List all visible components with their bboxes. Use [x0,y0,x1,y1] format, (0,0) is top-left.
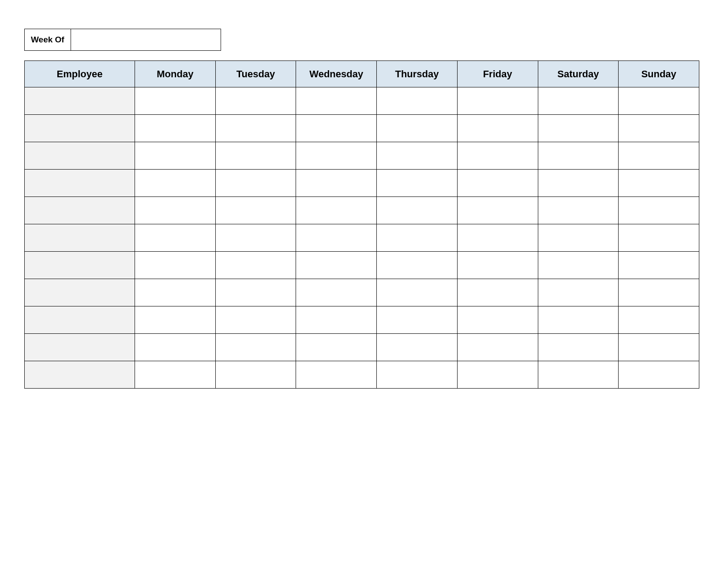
schedule-cell[interactable] [538,170,619,197]
schedule-cell[interactable] [457,306,538,334]
schedule-cell[interactable] [296,197,377,224]
schedule-cell[interactable] [538,115,619,142]
schedule-cell[interactable] [538,87,619,115]
schedule-cell[interactable] [457,224,538,252]
schedule-cell[interactable] [215,197,296,224]
employee-cell[interactable] [25,115,135,142]
schedule-cell[interactable] [135,115,216,142]
employee-cell[interactable] [25,142,135,170]
schedule-cell[interactable] [538,334,619,361]
schedule-cell[interactable] [538,279,619,306]
schedule-cell[interactable] [377,279,458,306]
schedule-cell[interactable] [457,115,538,142]
header-thursday: Thursday [377,61,458,87]
schedule-cell[interactable] [215,142,296,170]
schedule-cell[interactable] [296,279,377,306]
schedule-cell[interactable] [457,334,538,361]
schedule-cell[interactable] [296,170,377,197]
schedule-cell[interactable] [215,87,296,115]
schedule-cell[interactable] [457,252,538,279]
schedule-cell[interactable] [296,334,377,361]
header-row: Employee Monday Tuesday Wednesday Thursd… [25,61,699,87]
schedule-cell[interactable] [619,334,699,361]
employee-cell[interactable] [25,87,135,115]
table-row [25,279,699,306]
schedule-cell[interactable] [377,197,458,224]
schedule-table: Employee Monday Tuesday Wednesday Thursd… [24,60,699,389]
week-of-container: Week Of [24,29,704,51]
schedule-cell[interactable] [135,361,216,389]
schedule-cell[interactable] [215,334,296,361]
schedule-cell[interactable] [135,224,216,252]
schedule-cell[interactable] [619,252,699,279]
table-row [25,224,699,252]
schedule-cell[interactable] [457,170,538,197]
schedule-cell[interactable] [457,87,538,115]
schedule-cell[interactable] [135,197,216,224]
schedule-cell[interactable] [619,87,699,115]
schedule-cell[interactable] [377,361,458,389]
schedule-cell[interactable] [619,197,699,224]
schedule-cell[interactable] [215,115,296,142]
week-of-value[interactable] [71,29,221,51]
schedule-cell[interactable] [215,252,296,279]
schedule-cell[interactable] [215,306,296,334]
schedule-cell[interactable] [457,142,538,170]
employee-cell[interactable] [25,334,135,361]
schedule-cell[interactable] [538,197,619,224]
table-row [25,252,699,279]
employee-cell[interactable] [25,279,135,306]
schedule-cell[interactable] [135,306,216,334]
schedule-cell[interactable] [296,87,377,115]
schedule-cell[interactable] [538,224,619,252]
header-saturday: Saturday [538,61,619,87]
employee-cell[interactable] [25,170,135,197]
schedule-cell[interactable] [377,224,458,252]
schedule-cell[interactable] [619,142,699,170]
schedule-cell[interactable] [135,170,216,197]
schedule-cell[interactable] [457,279,538,306]
schedule-cell[interactable] [215,170,296,197]
schedule-cell[interactable] [538,306,619,334]
schedule-cell[interactable] [457,361,538,389]
header-employee: Employee [25,61,135,87]
header-friday: Friday [457,61,538,87]
schedule-cell[interactable] [457,197,538,224]
schedule-cell[interactable] [296,115,377,142]
employee-cell[interactable] [25,252,135,279]
schedule-cell[interactable] [377,170,458,197]
schedule-cell[interactable] [538,361,619,389]
schedule-cell[interactable] [135,87,216,115]
schedule-cell[interactable] [377,334,458,361]
schedule-cell[interactable] [215,361,296,389]
employee-cell[interactable] [25,306,135,334]
schedule-cell[interactable] [135,142,216,170]
schedule-cell[interactable] [135,334,216,361]
schedule-cell[interactable] [296,306,377,334]
schedule-cell[interactable] [296,142,377,170]
employee-cell[interactable] [25,224,135,252]
schedule-cell[interactable] [377,252,458,279]
schedule-cell[interactable] [135,252,216,279]
schedule-cell[interactable] [377,87,458,115]
schedule-cell[interactable] [296,252,377,279]
schedule-cell[interactable] [377,142,458,170]
table-row [25,115,699,142]
employee-cell[interactable] [25,361,135,389]
schedule-cell[interactable] [215,279,296,306]
schedule-cell[interactable] [619,279,699,306]
schedule-cell[interactable] [377,115,458,142]
schedule-cell[interactable] [215,224,296,252]
employee-cell[interactable] [25,197,135,224]
schedule-cell[interactable] [619,361,699,389]
schedule-cell[interactable] [538,142,619,170]
schedule-cell[interactable] [296,361,377,389]
schedule-cell[interactable] [619,306,699,334]
schedule-cell[interactable] [296,224,377,252]
schedule-cell[interactable] [538,252,619,279]
schedule-cell[interactable] [135,279,216,306]
schedule-cell[interactable] [619,224,699,252]
schedule-cell[interactable] [619,170,699,197]
schedule-cell[interactable] [377,306,458,334]
schedule-cell[interactable] [619,115,699,142]
